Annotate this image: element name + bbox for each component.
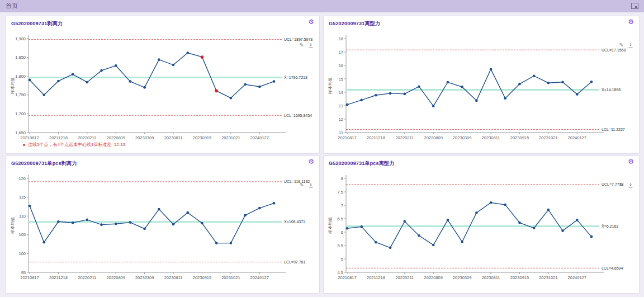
data-point[interactable] [432, 105, 435, 107]
data-point[interactable] [360, 99, 363, 102]
x-tick-label: 20230811 [482, 135, 500, 140]
gear-icon[interactable]: ⚙ [628, 158, 634, 165]
data-point[interactable] [590, 235, 593, 238]
data-point[interactable] [490, 201, 493, 204]
x-tick-label: 20240127 [250, 135, 269, 140]
data-point[interactable] [346, 227, 349, 230]
x-tick-label: 20220809 [424, 135, 443, 140]
data-point[interactable] [404, 220, 406, 223]
data-point[interactable] [375, 94, 377, 97]
data-point[interactable] [244, 83, 247, 86]
data-point[interactable] [215, 242, 218, 244]
data-point[interactable] [533, 227, 536, 230]
data-point[interactable] [115, 223, 117, 225]
data-point[interactable] [346, 103, 349, 106]
data-point[interactable] [158, 58, 160, 61]
data-point[interactable] [404, 93, 406, 96]
data-point[interactable] [201, 222, 203, 225]
data-point[interactable] [143, 86, 146, 89]
y-axis-title: 样本均值 [328, 77, 333, 95]
data-point[interactable] [561, 81, 564, 83]
data-point[interactable] [230, 97, 233, 100]
data-point[interactable] [432, 244, 435, 247]
cl-label: X̄=108.4371 [284, 220, 305, 224]
data-point[interactable] [29, 205, 31, 208]
data-point[interactable] [475, 100, 478, 102]
cl-label: X̄=6.2163 [602, 224, 618, 228]
data-point[interactable] [547, 82, 550, 84]
gear-icon[interactable]: ⚙ [308, 18, 314, 25]
data-point-alert[interactable] [215, 89, 218, 93]
gear-icon[interactable]: ⚙ [628, 18, 634, 25]
data-point[interactable] [576, 219, 579, 221]
control-chart: 1201151101051009520210817202112182022021… [10, 173, 316, 286]
data-point[interactable] [389, 92, 392, 95]
data-point[interactable] [418, 234, 420, 237]
data-point[interactable] [547, 209, 550, 211]
data-point[interactable] [57, 80, 60, 83]
data-point[interactable] [504, 204, 506, 206]
data-point[interactable] [418, 85, 420, 88]
data-point[interactable] [576, 93, 579, 96]
data-point[interactable] [490, 68, 493, 70]
data-point[interactable] [172, 64, 175, 67]
data-point[interactable] [72, 73, 74, 76]
data-point[interactable] [186, 51, 189, 54]
data-point[interactable] [129, 221, 132, 224]
data-point[interactable] [143, 228, 146, 230]
y-tick-label: 8 [341, 176, 343, 181]
data-point[interactable] [100, 223, 103, 226]
violation-text: 连续5个点，有4个点远离中心线1倍标准差: 12.13 [28, 142, 125, 148]
chart-panel-pcs-peel-force: G52020009731单pcs剥离力 ⚙ ✎ 1201151101051009… [6, 155, 320, 294]
data-point[interactable] [375, 241, 377, 244]
data-point[interactable] [42, 241, 45, 244]
data-point[interactable] [360, 225, 363, 228]
data-point[interactable] [115, 64, 117, 67]
data-point[interactable] [461, 86, 463, 88]
data-point[interactable] [244, 214, 247, 217]
data-point[interactable] [186, 211, 189, 214]
data-point[interactable] [100, 69, 103, 72]
data-point[interactable] [518, 83, 521, 86]
data-point[interactable] [258, 207, 261, 210]
data-point[interactable] [518, 221, 521, 224]
data-point[interactable] [72, 221, 74, 224]
expand-icon[interactable] [631, 3, 638, 9]
data-point[interactable] [86, 81, 89, 84]
lcl-label: LCL=11.2227 [602, 128, 625, 131]
data-point[interactable] [389, 247, 392, 249]
data-point[interactable] [158, 208, 160, 211]
data-point[interactable] [86, 219, 89, 221]
data-point[interactable] [42, 94, 45, 97]
data-point[interactable] [504, 97, 506, 100]
x-tick-label: 20230915 [193, 275, 211, 280]
data-point[interactable] [475, 211, 478, 214]
data-point[interactable] [447, 219, 449, 221]
x-tick-label: 20240127 [250, 275, 269, 280]
tab-home[interactable]: 首页 [6, 2, 18, 10]
chart-title: G52020009731剥离力 [11, 20, 63, 27]
data-point[interactable] [258, 86, 261, 88]
data-point-alert[interactable] [201, 55, 204, 59]
gear-icon[interactable]: ⚙ [308, 158, 314, 165]
data-point[interactable] [273, 80, 276, 83]
data-point[interactable] [172, 223, 175, 226]
y-tick-label: 17 [339, 50, 343, 55]
data-point[interactable] [129, 80, 132, 83]
y-tick-label: 1,850 [15, 55, 26, 60]
data-point[interactable] [57, 220, 60, 223]
data-point[interactable] [273, 202, 276, 205]
data-point[interactable] [590, 81, 593, 83]
series-line [30, 53, 274, 98]
data-point[interactable] [461, 241, 463, 243]
y-tick-label: 6.5 [338, 216, 343, 221]
data-point[interactable] [447, 81, 449, 84]
y-tick-label: 1,650 [15, 130, 26, 135]
data-point[interactable] [29, 79, 31, 82]
lcl-label: LCL=97.761 [284, 260, 305, 264]
data-point[interactable] [533, 74, 536, 77]
data-point[interactable] [230, 242, 233, 244]
x-tick-label: 20230915 [193, 135, 211, 140]
lcl-label: LCL=1695.8454 [284, 114, 312, 117]
data-point[interactable] [561, 229, 564, 232]
